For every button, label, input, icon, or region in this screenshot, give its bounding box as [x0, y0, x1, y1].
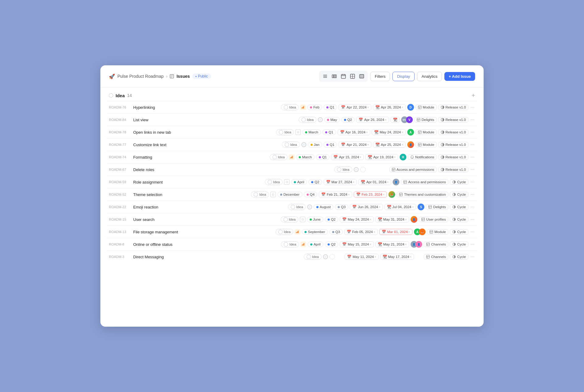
remove-end-date[interactable]: × — [401, 131, 403, 134]
issue-title[interactable]: Open links in new tab — [133, 130, 182, 135]
issue-title[interactable]: Delete roles — [133, 167, 182, 172]
list-view-icon[interactable] — [321, 72, 329, 81]
more-options-button[interactable]: ··· — [470, 204, 475, 210]
remove-end-date[interactable]: × — [412, 205, 414, 209]
issue-title[interactable]: Online or offline status — [133, 242, 182, 247]
board-view-icon[interactable] — [330, 72, 339, 81]
more-options-button[interactable]: ··· — [470, 254, 475, 260]
display-button[interactable]: Display — [392, 72, 415, 81]
svg-rect-64 — [296, 232, 297, 233]
remove-start-date[interactable]: × — [348, 193, 350, 196]
issue-title[interactable]: Direct Messaging — [133, 255, 182, 259]
remove-start-date[interactable]: × — [370, 218, 371, 221]
remove-end-date[interactable]: × — [383, 193, 385, 196]
more-options-button[interactable]: ··· — [470, 129, 475, 135]
issue-tags: Idea ⊘ Jan Q1 📅 Apr 21, 2024 × 📆 Apr 25,… — [184, 141, 475, 148]
idea-icon — [337, 167, 341, 172]
table-row: ROADM-15 User search Idea □ June Q2 📅 Ma… — [106, 213, 478, 225]
remove-end-date[interactable]: × — [410, 255, 412, 259]
remove-start-date[interactable]: × — [379, 205, 381, 209]
remove-start-date[interactable]: × — [353, 181, 354, 184]
remove-end-date[interactable]: × — [394, 156, 396, 159]
more-options-button[interactable]: ··· — [470, 192, 475, 197]
issue-title[interactable]: Role assignment — [133, 180, 182, 184]
issue-tags: Idea □ April Q2 📅 Mar 27, 2024 × 📆 Apr 0… — [184, 179, 475, 185]
state-tag: Idea — [304, 254, 322, 260]
remove-start-date[interactable]: × — [360, 156, 361, 159]
issue-id: ROADM-3 — [109, 255, 131, 259]
quarter-tag: Q2 — [325, 217, 338, 222]
calendar-view-icon[interactable] — [339, 72, 348, 81]
issue-title[interactable]: Theme selection — [133, 192, 182, 197]
issue-title[interactable]: User search — [133, 217, 182, 222]
more-options-button[interactable]: ··· — [470, 242, 475, 247]
svg-rect-44 — [392, 168, 395, 171]
month-dot — [327, 119, 329, 121]
state-tag: Idea — [282, 142, 300, 148]
remove-start-date[interactable]: × — [385, 118, 387, 122]
release-tag: Cycle — [450, 179, 468, 185]
group-title-label: Idea — [116, 93, 125, 98]
breadcrumb: 🚀 Pulse Product Roadmap › Issues Public — [109, 74, 211, 79]
month-dot — [294, 181, 296, 183]
state-tag: Idea — [281, 104, 299, 110]
filters-button[interactable]: Filters — [370, 72, 390, 81]
module-icon — [392, 168, 395, 171]
quarter-dot — [326, 144, 328, 146]
issue-title[interactable]: File storage management — [133, 230, 182, 234]
remove-end-date[interactable]: × — [405, 243, 407, 246]
issue-title[interactable]: Emoji reaction — [133, 205, 182, 209]
more-options-button[interactable]: ··· — [470, 117, 475, 122]
more-options-button[interactable]: ··· — [470, 217, 475, 222]
month-tag: March — [302, 129, 321, 135]
table-view-icon[interactable] — [348, 72, 357, 81]
analytics-button[interactable]: Analytics — [417, 72, 442, 81]
module-icon — [429, 230, 433, 234]
more-options-button[interactable]: ··· — [470, 142, 475, 147]
add-group-item-button[interactable]: + — [471, 92, 475, 98]
more-options-button[interactable]: ··· — [470, 154, 475, 160]
issue-title[interactable]: Customize link text — [133, 143, 182, 147]
remove-end-date[interactable]: × — [405, 218, 407, 221]
spacer3 — [381, 166, 388, 173]
release-icon — [441, 155, 444, 159]
calendar-icon: 📅 — [359, 118, 363, 122]
cancel-icon: ⊘ — [323, 254, 328, 259]
release-tag: Cycle — [450, 204, 468, 210]
bell-icon — [410, 155, 414, 159]
svg-rect-52 — [399, 193, 402, 196]
gantt-view-icon[interactable] — [357, 72, 366, 81]
issue-title[interactable]: Formatting — [133, 155, 182, 160]
remove-start-date[interactable]: × — [370, 243, 371, 246]
remove-start-date[interactable]: × — [374, 255, 376, 259]
spacer2 — [374, 167, 380, 172]
idea-icon — [279, 130, 283, 134]
more-options-button[interactable]: ··· — [470, 105, 475, 110]
cancel-icon: ⊘ — [318, 117, 323, 122]
remove-end-date[interactable]: × — [401, 143, 403, 146]
remove-start-date[interactable]: × — [367, 143, 369, 146]
remove-end-date[interactable]: × — [401, 106, 403, 109]
more-options-button[interactable]: ··· — [470, 167, 475, 172]
issue-id: ROADM-78 — [109, 130, 131, 134]
add-issue-button[interactable]: + Add Issue — [444, 72, 475, 81]
more-options-button[interactable]: ··· — [470, 229, 475, 235]
issue-title[interactable]: Hyperlinking — [133, 105, 182, 110]
idea-icon — [285, 143, 289, 147]
remove-end-date[interactable]: × — [387, 181, 389, 184]
issue-title[interactable]: List view — [133, 118, 182, 122]
calendar-icon: 📅 — [347, 255, 351, 259]
remove-start-date[interactable]: × — [374, 230, 375, 234]
more-options-button[interactable]: ··· — [470, 179, 475, 185]
svg-rect-7 — [332, 75, 333, 78]
idea-icon — [291, 205, 295, 209]
release-tag: Release v1.0 — [438, 105, 468, 110]
remove-end-date[interactable]: × — [408, 230, 410, 234]
remove-start-date[interactable]: × — [366, 131, 368, 134]
issue-tags: Idea April Q2 📅 May 15, 2024 × 📆 May 21,… — [184, 241, 475, 248]
remove-start-date[interactable]: × — [367, 106, 369, 109]
group-header: Idea 14 + — [106, 88, 478, 101]
svg-rect-21 — [302, 108, 302, 108]
avatar: 🦊 — [388, 191, 395, 198]
project-name[interactable]: Pulse Product Roadmap — [117, 74, 164, 79]
